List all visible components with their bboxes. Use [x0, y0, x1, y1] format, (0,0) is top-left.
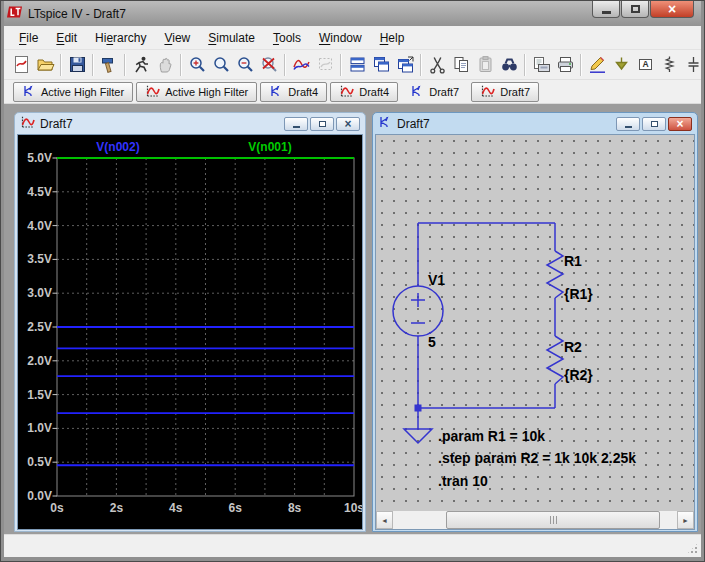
scrollbar-track[interactable] — [393, 511, 677, 529]
resize-grip[interactable] — [686, 542, 699, 555]
schematic-icon — [22, 85, 36, 98]
waveform-window-title: Draft7 — [40, 117, 73, 131]
tile-windows-icon — [348, 55, 367, 74]
app-titlebar[interactable]: LTspice IV - Draft7 — [4, 1, 701, 26]
halt-button[interactable] — [153, 52, 177, 78]
waveform-icon — [292, 55, 311, 74]
tab-draft7-waveform[interactable]: Draft7 — [471, 82, 539, 102]
r2-ref-label[interactable]: R2 — [564, 339, 582, 355]
cut-button[interactable] — [425, 52, 449, 78]
r1-value-label[interactable]: {R1} — [564, 286, 593, 302]
menu-edit[interactable]: Edit — [47, 26, 86, 50]
print-preview-button[interactable] — [529, 52, 553, 78]
r1-ref-label[interactable]: R1 — [564, 253, 582, 269]
waveform-close-button[interactable] — [336, 117, 360, 131]
arrange-windows-button[interactable] — [393, 52, 417, 78]
tab-active-high-filter-schematic[interactable]: Active High Filter — [13, 82, 133, 102]
voltage-source-polarity — [411, 293, 425, 323]
resistor-r2-symbol[interactable] — [547, 336, 563, 384]
legend-v-n002[interactable]: V(n002) — [96, 140, 139, 154]
y-tick-label: 1.0V — [27, 421, 52, 435]
tab-label: Draft4 — [288, 86, 318, 98]
schematic-minimize-button[interactable] — [616, 117, 640, 131]
tab-label: Draft7 — [429, 86, 459, 98]
menu-bar: FileEditHierarchyViewSimulateToolsWindow… — [4, 26, 701, 50]
minimize-button[interactable] — [592, 1, 620, 18]
menu-help[interactable]: Help — [371, 26, 414, 50]
waveform-file-icon — [20, 116, 35, 132]
menu-tools[interactable]: Tools — [264, 26, 310, 50]
resistor-r1-symbol[interactable] — [547, 251, 563, 298]
close-button[interactable] — [650, 1, 694, 18]
tran-directive[interactable]: .tran 10 — [438, 473, 488, 489]
x-tick-label: 4s — [169, 501, 183, 515]
menu-file[interactable]: File — [10, 26, 47, 50]
waveform-restore-button[interactable] — [310, 117, 334, 131]
paste-button[interactable] — [473, 52, 497, 78]
find-button[interactable] — [497, 52, 521, 78]
zoom-out-button[interactable] — [233, 52, 257, 78]
waveform-icon — [145, 85, 160, 98]
step-directive[interactable]: .step param R2 = 1k 10k 2.25k — [438, 450, 636, 466]
waveform-minimize-button[interactable] — [284, 117, 308, 131]
tab-bar: Active High FilterActive High FilterDraf… — [4, 80, 701, 104]
resistor-button[interactable] — [657, 52, 681, 78]
scrollbar-thumb[interactable] — [446, 511, 660, 529]
waveform-plot[interactable]: 0.0V0.5V1.0V1.5V2.0V2.5V3.0V3.5V4.0V4.5V… — [18, 135, 363, 529]
net-label-icon: A — [636, 55, 655, 74]
schematic-close-button[interactable] — [668, 117, 692, 131]
y-tick-label: 1.5V — [27, 388, 52, 402]
cascade-windows-button[interactable] — [369, 52, 393, 78]
menu-hierarchy[interactable]: Hierarchy — [86, 26, 155, 50]
net-label-button[interactable]: A — [633, 52, 657, 78]
scroll-left-button[interactable] — [376, 511, 393, 529]
zoom-back-button[interactable] — [257, 52, 281, 78]
tab-active-high-filter-waveform[interactable]: Active High Filter — [136, 82, 257, 102]
scroll-right-button[interactable] — [677, 511, 694, 529]
schematic-window-titlebar[interactable]: Draft7 — [373, 113, 697, 134]
toolbar-separator — [60, 54, 62, 76]
menu-window[interactable]: Window — [310, 26, 371, 50]
y-tick-label: 3.5V — [27, 252, 52, 266]
status-bar — [4, 534, 701, 557]
toolbar-separator — [124, 54, 126, 76]
print-preview-icon — [532, 55, 551, 74]
r2-value-label[interactable]: {R2} — [564, 367, 593, 383]
draw-wire-button[interactable] — [585, 52, 609, 78]
horizontal-scrollbar — [376, 511, 694, 529]
ground-symbol[interactable] — [404, 429, 432, 443]
toolbar-separator — [524, 54, 526, 76]
ground-button[interactable] — [609, 52, 633, 78]
waveform-button[interactable] — [289, 52, 313, 78]
run-button[interactable] — [129, 52, 153, 78]
menu-view[interactable]: View — [155, 26, 199, 50]
tab-draft7-schematic[interactable]: Draft7 — [401, 82, 468, 102]
tile-windows-button[interactable] — [345, 52, 369, 78]
tab-draft4-waveform[interactable]: Draft4 — [330, 82, 398, 102]
new-schematic-button[interactable] — [9, 52, 33, 78]
toolbar-separator — [284, 54, 286, 76]
copy-button[interactable] — [449, 52, 473, 78]
waveform-window-titlebar[interactable]: Draft7 — [15, 113, 365, 134]
param-directive[interactable]: .param R1 = 10k — [438, 428, 545, 444]
capacitor-button[interactable] — [681, 52, 701, 78]
zoom-in-button[interactable] — [185, 52, 209, 78]
zoom-full-button[interactable] — [209, 52, 233, 78]
tab-draft4-schematic[interactable]: Draft4 — [260, 82, 327, 102]
schematic-canvas[interactable]: V1 5 R1 {R1} R2 {R2} .param R1 = 10k .st… — [376, 135, 695, 513]
save-button[interactable] — [65, 52, 89, 78]
x-tick-label: 8s — [288, 501, 302, 515]
schematic-restore-button[interactable] — [642, 117, 666, 131]
waveform-icon — [339, 85, 354, 98]
autorange-button[interactable] — [313, 52, 337, 78]
open-button[interactable] — [33, 52, 57, 78]
toolbar-separator — [580, 54, 582, 76]
legend-v-n001[interactable]: V(n001) — [248, 140, 291, 154]
maximize-button[interactable] — [621, 1, 649, 18]
menu-simulate[interactable]: Simulate — [199, 26, 264, 50]
toolbar-separator — [92, 54, 94, 76]
control-panel-button[interactable] — [97, 52, 121, 78]
print-button[interactable] — [553, 52, 577, 78]
v1-ref-label[interactable]: V1 — [428, 272, 445, 288]
v1-value-label[interactable]: 5 — [428, 334, 436, 350]
